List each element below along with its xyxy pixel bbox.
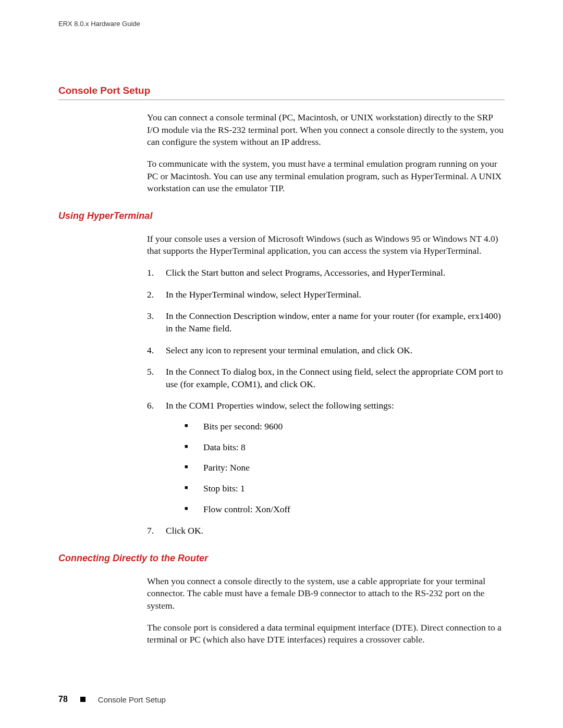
step-1: Click the Start button and select Progra… (147, 267, 505, 279)
settings-list: Bits per second: 9600 Data bits: 8 Parit… (166, 421, 505, 515)
steps-list: Click the Start button and select Progra… (147, 267, 505, 537)
setting-flowcontrol: Flow control: Xon/Xoff (185, 503, 505, 516)
footer-section-label: Console Port Setup (98, 695, 166, 704)
subsection-title-connecting: Connecting Directly to the Router (58, 553, 505, 564)
subsection-body-hyperterminal: If your console uses a version of Micros… (147, 233, 505, 537)
connecting-p2: The console port is considered a data te… (147, 622, 505, 646)
subsection-title-hyperterminal: Using HyperTerminal (58, 211, 505, 221)
intro-paragraph-2: To communicate with the system, you must… (147, 158, 505, 195)
page: ERX 8.0.x Hardware Guide Console Port Se… (0, 0, 563, 728)
step-6-text: In the COM1 Properties window, select th… (166, 400, 394, 411)
footer-square-icon (80, 697, 85, 702)
step-3: In the Connection Description window, en… (147, 310, 505, 335)
setting-parity: Parity: None (185, 462, 505, 474)
connecting-p1: When you connect a console directly to t… (147, 575, 505, 612)
subsection-body-connecting: When you connect a console directly to t… (147, 575, 505, 646)
step-6: In the COM1 Properties window, select th… (147, 400, 505, 515)
setting-stopbits: Stop bits: 1 (185, 483, 505, 495)
section-body: You can connect a console terminal (PC, … (147, 112, 505, 195)
step-5: In the Connect To dialog box, in the Con… (147, 366, 505, 390)
section-title: Console Port Setup (58, 85, 505, 100)
hyperterminal-intro: If your console uses a version of Micros… (147, 233, 505, 257)
step-4: Select any icon to represent your termin… (147, 344, 505, 357)
setting-bps: Bits per second: 9600 (185, 421, 505, 433)
running-header: ERX 8.0.x Hardware Guide (58, 20, 505, 28)
intro-paragraph-1: You can connect a console terminal (PC, … (147, 112, 505, 149)
page-footer: 78 Console Port Setup (58, 695, 166, 704)
setting-databits: Data bits: 8 (185, 441, 505, 454)
page-number: 78 (58, 695, 68, 704)
step-7: Click OK. (147, 525, 505, 537)
step-2: In the HyperTerminal window, select Hype… (147, 289, 505, 301)
